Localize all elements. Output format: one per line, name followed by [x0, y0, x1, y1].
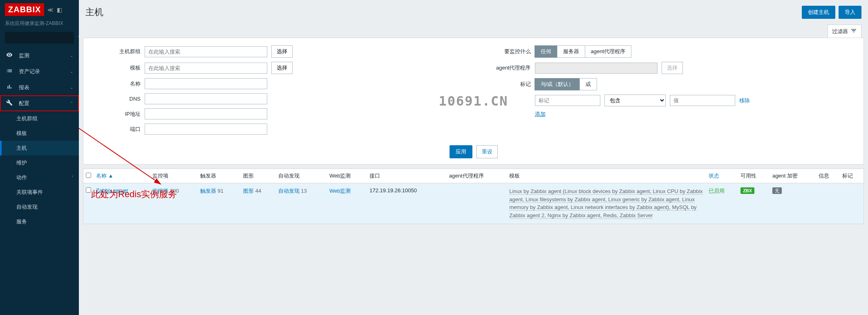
ip-label: IP地址: [92, 110, 141, 118]
eye-icon: [6, 52, 13, 59]
col-proxy: agent代理程序: [447, 169, 507, 183]
col-web: Web监测: [327, 169, 367, 183]
hostgroup-input[interactable]: [145, 46, 267, 57]
apply-button[interactable]: 应用: [450, 145, 472, 158]
tag-val-input[interactable]: [670, 95, 735, 106]
page-title: 主机: [85, 6, 103, 18]
col-info: 信息: [816, 169, 840, 183]
collapse-icon[interactable]: ≪: [47, 7, 54, 13]
filter-toggle[interactable]: 过滤器: [828, 25, 861, 38]
col-name[interactable]: 名称 ▲: [94, 169, 150, 183]
chevron-up-icon: ⌃: [70, 101, 73, 106]
dock-icon[interactable]: ◧: [57, 7, 62, 13]
seg-proxy[interactable]: agent代理程序: [585, 45, 632, 58]
table-row: Zabbix server 监控项 300 触发器 91 图形 44 自动发现 …: [83, 183, 864, 224]
subnav-discovery[interactable]: 自动发现: [0, 200, 79, 214]
nav-inventory[interactable]: 资产记录 ⌄: [0, 63, 79, 79]
template-label: 模板: [92, 64, 141, 72]
template-select-button[interactable]: 选择: [271, 62, 293, 74]
proxy-select-button[interactable]: 选择: [662, 62, 683, 74]
discovery-link[interactable]: 自动发现 13: [278, 188, 307, 194]
graphs-link[interactable]: 图形 44: [243, 188, 261, 194]
col-availability: 可用性: [738, 169, 770, 183]
items-link[interactable]: 监控项 300: [152, 188, 179, 194]
nav-monitor-label: 监测: [19, 52, 29, 59]
template-input[interactable]: [145, 63, 267, 74]
subnav-hostgroups[interactable]: 主机群组: [0, 111, 79, 126]
col-triggers: 触发器: [198, 169, 241, 183]
nav-monitor[interactable]: 监测 ⌄: [0, 47, 79, 63]
proxy-input[interactable]: [535, 63, 658, 74]
chevron-down-icon: ⌄: [70, 69, 73, 74]
sidebar-subtitle: 系统应用健康监测-ZABBIX: [0, 19, 79, 30]
subnav-actions[interactable]: 动作›: [0, 170, 79, 185]
seg-any[interactable]: 任何: [535, 45, 557, 58]
col-tags: 标记: [840, 169, 864, 183]
proxy-label: agent代理程序: [482, 64, 531, 72]
filter-panel: 主机群组 选择 模板 选择 名称 DNS: [83, 38, 864, 164]
row-checkbox[interactable]: [86, 187, 91, 193]
tag-add-link[interactable]: 添加: [535, 110, 546, 118]
col-discovery: 自动发现: [276, 169, 327, 183]
nav-config[interactable]: 配置 ⌃: [0, 95, 79, 111]
logo-row: ZABBIX ≪ ◧: [0, 0, 79, 19]
chevron-down-icon: ⌄: [70, 85, 73, 90]
nav-reports[interactable]: 报表 ⌄: [0, 79, 79, 95]
hosts-table-wrap: 名称 ▲ 监控项 触发器 图形 自动发现 Web监测 接口 agent代理程序 …: [83, 169, 864, 224]
chevron-right-icon: ›: [72, 174, 73, 178]
hostgroup-select-button[interactable]: 选择: [271, 45, 293, 58]
main-content: 主机 创建主机 导入 过滤器 主机群组 选择: [79, 0, 868, 315]
name-input[interactable]: [145, 78, 267, 89]
dns-label: DNS: [92, 96, 141, 102]
nav-inventory-label: 资产记录: [19, 68, 40, 75]
chevron-down-icon: ⌄: [70, 53, 73, 58]
select-all-checkbox[interactable]: [86, 173, 91, 178]
col-status[interactable]: 状态: [706, 169, 738, 183]
tag-key-input[interactable]: [535, 95, 600, 106]
import-button[interactable]: 导入: [839, 6, 861, 19]
col-templates: 模板: [507, 169, 706, 183]
seg-server[interactable]: 服务器: [557, 45, 585, 58]
ip-input[interactable]: [145, 108, 267, 119]
tags-label: 标记: [482, 81, 531, 88]
port-label: 端口: [92, 126, 141, 133]
triggers-link[interactable]: 触发器 91: [200, 188, 224, 194]
list-icon: [6, 68, 13, 75]
web-link[interactable]: Web监测: [329, 188, 351, 194]
hosts-table: 名称 ▲ 监控项 触发器 图形 自动发现 Web监测 接口 agent代理程序 …: [83, 169, 864, 224]
wrench-icon: [6, 99, 13, 107]
col-items: 监控项: [150, 169, 197, 183]
create-host-button[interactable]: 创建主机: [802, 6, 835, 19]
dns-input[interactable]: [145, 93, 267, 104]
subnav-templates[interactable]: 模板: [0, 126, 79, 141]
tag-remove-link[interactable]: 移除: [739, 97, 750, 104]
page-header: 主机 创建主机 导入: [79, 0, 868, 25]
col-agent: agent 加密: [770, 169, 816, 183]
name-label: 名称: [92, 80, 141, 88]
seg-or[interactable]: 或: [579, 78, 597, 90]
nav-reports-label: 报表: [19, 84, 29, 91]
subnav-maintenance[interactable]: 维护: [0, 155, 79, 170]
logo[interactable]: ZABBIX: [5, 3, 44, 16]
port-input[interactable]: [145, 124, 267, 135]
encrypt-badge: 无: [772, 187, 782, 194]
reset-button[interactable]: 重设: [477, 145, 498, 158]
subnav-services[interactable]: 服务: [0, 214, 79, 229]
tag-op-select[interactable]: 包含: [604, 94, 666, 106]
filter-icon: [850, 27, 857, 35]
nav-config-label: 配置: [19, 100, 29, 107]
host-name-link[interactable]: Zabbix server: [96, 187, 128, 194]
sidebar: ZABBIX ≪ ◧ 系统应用健康监测-ZABBIX 监测 ⌄ 资产记录 ⌄ 报…: [0, 0, 79, 315]
subnav-correlation[interactable]: 关联项事件: [0, 185, 79, 200]
zbx-badge: ZBX: [740, 187, 754, 194]
sidebar-search-input[interactable]: [9, 35, 78, 41]
sidebar-search[interactable]: [5, 32, 74, 43]
filter-label: 过滤器: [832, 28, 848, 35]
templates-cell: Linux by Zabbix agent (Linux block devic…: [509, 188, 702, 219]
status-link[interactable]: 已启用: [709, 188, 725, 194]
subnav-hosts[interactable]: 主机: [0, 141, 79, 155]
monitor-what-segments: 任何 服务器 agent代理程序: [535, 45, 632, 58]
interface-cell: 172.19.19.26:10050: [367, 183, 447, 224]
seg-andor[interactable]: 与/或（默认）: [535, 78, 580, 90]
col-interface: 接口: [367, 169, 447, 183]
